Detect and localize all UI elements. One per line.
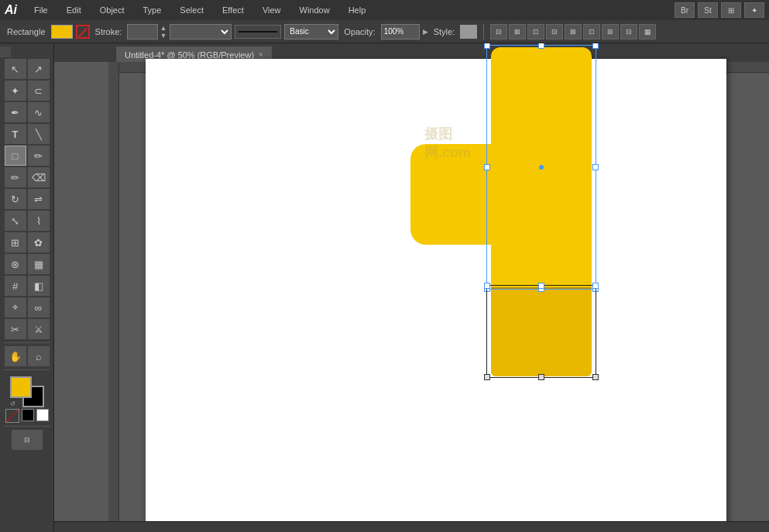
fill-color-swatch[interactable]: [51, 25, 73, 39]
menu-view[interactable]: View: [258, 4, 286, 16]
reflect-tool[interactable]: ⇌: [28, 189, 50, 209]
sel-handle-mr: [592, 164, 599, 170]
reset-colors-icon[interactable]: ↺: [10, 400, 15, 407]
align-buttons: ⊟ ⊠ ⊡ ⊟ ⊠ ⊡ ⊞ ⊟ ▦: [490, 24, 656, 39]
sel-handle-bottom-bl: [484, 374, 490, 380]
tool-row-8: ⤡ ⌇: [5, 211, 50, 231]
blend-mode-dropdown[interactable]: Basic: [284, 24, 338, 39]
color-section: ↺: [5, 376, 49, 423]
gradient-tool[interactable]: ◧: [28, 276, 50, 296]
symbol-sprayer-tool[interactable]: ⊛: [5, 254, 26, 274]
workspace-switcher[interactable]: ⊞: [721, 2, 741, 18]
direct-select-tool[interactable]: ↗: [28, 59, 50, 79]
tool-row-5: □ ✏: [5, 146, 50, 166]
none-swatch[interactable]: [5, 409, 19, 423]
style-swatch[interactable]: [460, 25, 477, 39]
eyedropper-tool[interactable]: ⌖: [5, 297, 26, 317]
tool-row-9: ⊞ ✿: [5, 232, 50, 252]
sel-handle-bottom-br: [592, 374, 599, 380]
sel-handle-bl: [484, 286, 490, 292]
color-mode-row: [5, 409, 49, 423]
menu-file[interactable]: File: [29, 4, 53, 16]
title-bar: Ai File Edit Object Type Select Effect V…: [0, 0, 769, 20]
chart-icon-btn[interactable]: ▦: [639, 24, 656, 39]
menu-object[interactable]: Object: [95, 4, 129, 16]
foreground-color-swatch[interactable]: [10, 376, 32, 398]
opacity-label: Opacity:: [342, 27, 377, 36]
menu-select[interactable]: Select: [175, 4, 208, 16]
toolbar-separator-2: [4, 369, 50, 370]
line-tool[interactable]: ╲: [28, 124, 50, 144]
column-graph-tool[interactable]: ▦: [28, 254, 50, 274]
options-bar: Rectangle Stroke: ▲▼ Basic Opacity: 100%…: [0, 20, 769, 43]
scissors-tool[interactable]: ✂: [5, 319, 26, 339]
align-bottom-btn[interactable]: ⊡: [583, 24, 600, 39]
stock-icon[interactable]: St: [698, 2, 718, 18]
align-left-btn[interactable]: ⊟: [490, 24, 507, 39]
warp-tool[interactable]: ⌇: [28, 211, 50, 231]
align-center-h-btn[interactable]: ⊠: [509, 24, 526, 39]
title-bar-right: Br St ⊞ ✦: [675, 2, 764, 18]
rect-tool[interactable]: □: [5, 146, 26, 166]
select-tool[interactable]: ↖: [5, 59, 26, 79]
knife-tool[interactable]: ⚔: [28, 319, 50, 339]
menu-help[interactable]: Help: [344, 4, 371, 16]
stroke-type-dropdown[interactable]: [170, 24, 232, 39]
paintbrush-tool[interactable]: ✏: [28, 146, 50, 166]
menu-window[interactable]: Window: [295, 4, 335, 16]
app-logo: Ai: [5, 3, 17, 17]
pen-tool[interactable]: ✒: [5, 102, 26, 122]
search-icon[interactable]: ✦: [744, 2, 764, 18]
tool-row-12: ⌖ ∞: [5, 297, 50, 317]
distribute-v-btn[interactable]: ⊟: [620, 24, 637, 39]
main-area: ↖ ↗ ✦ ⊂ ✒ ∿ T ╲ □ ✏ ✏ ⌫ ↻ ⇌ ⤡ ⌇: [0, 43, 769, 532]
menu-edit[interactable]: Edit: [62, 4, 86, 16]
puppet-warp-tool[interactable]: ✿: [28, 232, 50, 252]
tool-row-7: ↻ ⇌: [5, 189, 50, 209]
opacity-input[interactable]: 100%: [381, 24, 420, 39]
type-tool[interactable]: T: [5, 124, 26, 144]
ruler-left: [108, 62, 119, 532]
rotate-tool[interactable]: ↻: [5, 189, 26, 209]
align-top-btn[interactable]: ⊟: [546, 24, 563, 39]
eraser-tool[interactable]: ⌫: [28, 167, 50, 187]
blend-tool[interactable]: ∞: [28, 297, 50, 317]
tool-row-6: ✏ ⌫: [5, 167, 50, 187]
menu-effect[interactable]: Effect: [218, 4, 249, 16]
separator-1: [483, 24, 484, 39]
ruler-corner: [0, 46, 11, 57]
stroke-color-swatch[interactable]: [76, 25, 90, 39]
hand-tool[interactable]: ✋: [5, 346, 26, 366]
scale-tool[interactable]: ⤡: [5, 211, 26, 231]
artboards-btn[interactable]: ⊟: [12, 430, 43, 450]
stroke-width-input[interactable]: [127, 24, 158, 39]
shape-bottom-body: [491, 287, 592, 376]
menu-type[interactable]: Type: [139, 4, 167, 16]
black-swatch[interactable]: [22, 409, 34, 421]
white-swatch[interactable]: [36, 409, 49, 421]
lasso-tool[interactable]: ⊂: [28, 81, 50, 101]
tool-row-10: ⊛ ▦: [5, 254, 50, 274]
stroke-line-inner: [239, 31, 277, 33]
pencil-tool[interactable]: ✏: [5, 167, 26, 187]
tool-row-4: T ╲: [5, 124, 50, 144]
tool-row-13: ✂ ⚔: [5, 319, 50, 339]
bridge-icon[interactable]: Br: [675, 2, 695, 18]
sel-handle-bottom-tl: [484, 283, 490, 289]
tool-row-14: ✋ ⌕: [5, 346, 50, 366]
curvature-tool[interactable]: ∿: [28, 102, 50, 122]
align-center-v-btn[interactable]: ⊠: [565, 24, 582, 39]
close-tab-button[interactable]: ×: [259, 50, 263, 59]
toolbar-separator-3: [4, 426, 50, 427]
canvas-area[interactable]: Untitled-4* @ 50% (RGB/Preview) ×: [54, 43, 769, 532]
shape-arms: [410, 144, 592, 245]
mesh-tool[interactable]: #: [5, 276, 26, 296]
distribute-h-btn[interactable]: ⊞: [602, 24, 619, 39]
bottom-scrollbar[interactable]: [54, 521, 769, 532]
style-label: Style:: [431, 27, 458, 36]
watermark-line1: 摄图: [424, 125, 471, 143]
free-transform-tool[interactable]: ⊞: [5, 232, 26, 252]
align-right-btn[interactable]: ⊡: [527, 24, 544, 39]
magic-wand-tool[interactable]: ✦: [5, 81, 26, 101]
zoom-tool[interactable]: ⌕: [28, 346, 50, 366]
